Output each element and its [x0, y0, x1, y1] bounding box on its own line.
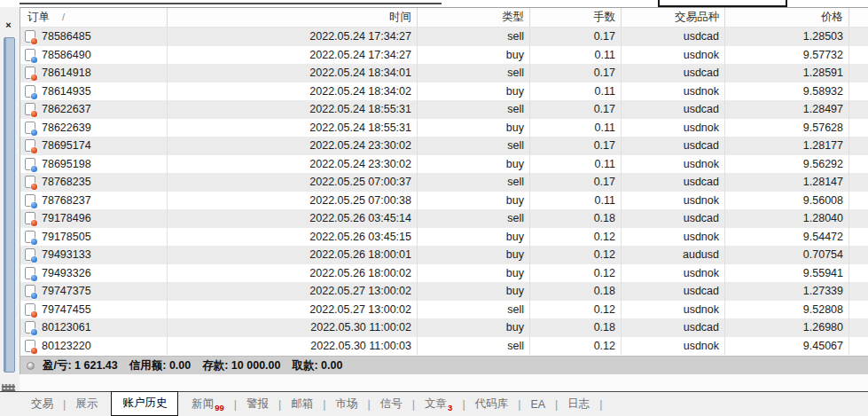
- volume-cell: 0.12: [530, 246, 622, 264]
- table-row[interactable]: 801230612022.05.30 11:00:02buy0.18usdcad…: [20, 318, 868, 337]
- tab-mailbox[interactable]: 邮箱: [283, 396, 321, 412]
- tab-label: 警报: [246, 397, 269, 410]
- table-row[interactable]: 786951742022.05.24 23:30:02sell0.17usdca…: [20, 137, 868, 155]
- table-row[interactable]: 786226392022.05.24 18:55:31buy0.11usdnok…: [20, 119, 868, 137]
- volume-cell: 0.17: [530, 173, 622, 192]
- table-row[interactable]: 801232202022.05.30 11:00:03sell0.12usdno…: [20, 337, 868, 356]
- table-row[interactable]: 785864902022.05.24 17:34:27buy0.11usdnok…: [20, 46, 868, 65]
- symbol-cell: usdcad: [622, 318, 725, 337]
- symbol-cell: audusd: [622, 246, 725, 264]
- volume-cell: 0.12: [530, 228, 622, 247]
- tab-exposure[interactable]: 展示: [67, 396, 106, 412]
- summary-items: 盈/亏: 1 621.43信用额: 0.00存款: 10 000.00取款: 0…: [43, 358, 354, 373]
- account-summary-row: 盈/亏: 1 621.43信用额: 0.00存款: 10 000.00取款: 0…: [20, 356, 868, 375]
- tab-account-history[interactable]: 账户历史: [111, 391, 178, 416]
- table-row[interactable]: 791784962022.05.26 03:45:14sell0.18usdca…: [20, 209, 868, 228]
- order-cell: 78695174: [20, 137, 168, 155]
- table-header-row: 订单/ 时间 类型 手数 交易品种 价格: [20, 8, 868, 27]
- tab-articles[interactable]: 文章3: [417, 396, 460, 412]
- order-id: 79747455: [42, 301, 91, 319]
- table-row[interactable]: 786951982022.05.24 23:30:02buy0.11usdnok…: [20, 155, 868, 174]
- sort-ascending-icon: /: [62, 12, 65, 22]
- column-header-order[interactable]: 订单/: [20, 8, 168, 27]
- table-row[interactable]: 791785052022.05.26 03:45:15buy0.12usdnok…: [20, 228, 868, 247]
- table-row[interactable]: 786226372022.05.24 18:55:31sell0.17usdca…: [20, 100, 868, 119]
- type-cell: buy: [418, 282, 530, 301]
- order-id: 78622639: [42, 119, 91, 137]
- type-cell: buy: [418, 318, 530, 337]
- close-panel-button[interactable]: ×: [3, 20, 14, 31]
- tab-news[interactable]: 新闻99: [184, 396, 232, 412]
- volume-cell: 0.11: [530, 155, 622, 174]
- tab-trade[interactable]: 交易: [23, 396, 61, 412]
- tab-market[interactable]: 市场: [328, 396, 366, 412]
- table-row[interactable]: 787682372022.05.25 07:00:38buy0.11usdnok…: [20, 192, 868, 210]
- window-above-button-fragment: [658, 0, 787, 7]
- table-row[interactable]: 786149352022.05.24 18:34:02buy0.11usdnok…: [20, 82, 868, 101]
- order-sell-doc-icon: [25, 176, 35, 188]
- tab-label: 日志: [567, 397, 590, 410]
- symbol-cell: usdcad: [622, 64, 725, 82]
- table-row[interactable]: 794931332022.05.26 18:00:01buy0.12audusd…: [20, 246, 868, 264]
- column-header-price[interactable]: 价格: [725, 8, 849, 27]
- symbol-cell: usdnok: [622, 337, 725, 356]
- table-row[interactable]: 785864852022.05.24 17:34:27sell0.17usdca…: [20, 27, 868, 46]
- tab-codebase[interactable]: 代码库: [467, 396, 517, 412]
- volume-cell: 0.12: [530, 264, 622, 283]
- filler-cell: [849, 27, 868, 46]
- type-cell: sell: [418, 64, 530, 82]
- symbol-cell: usdnok: [622, 301, 725, 319]
- volume-cell: 0.17: [530, 100, 622, 119]
- column-header-time[interactable]: 时间: [168, 8, 418, 27]
- filler-cell: [849, 282, 868, 301]
- order-cell: 78586490: [20, 46, 168, 65]
- time-cell: 2022.05.30 11:00:02: [168, 318, 418, 337]
- order-id: 80123220: [42, 337, 91, 356]
- price-cell: 9.55941: [725, 264, 849, 283]
- tab-label: 邮箱: [291, 397, 313, 410]
- order-cell: 78695198: [20, 155, 168, 174]
- tab-ea[interactable]: EA: [522, 398, 553, 411]
- table-row[interactable]: 797474552022.05.27 13:00:02sell0.12usdno…: [20, 301, 868, 319]
- filler-cell: [849, 318, 868, 337]
- filler-cell: [849, 137, 868, 155]
- column-header-type[interactable]: 类型: [418, 8, 530, 27]
- horizontal-scrollbar-track[interactable]: [20, 374, 868, 391]
- tab-signals[interactable]: 信号: [372, 396, 411, 412]
- order-id: 78622637: [42, 100, 91, 119]
- table-row[interactable]: 794933262022.05.26 18:00:02buy0.12usdnok…: [20, 264, 868, 283]
- table-row[interactable]: 797473752022.05.27 13:00:02buy0.18usdcad…: [20, 282, 868, 301]
- tab-label: 交易: [31, 397, 53, 410]
- filler-cell: [849, 119, 868, 137]
- type-cell: buy: [418, 155, 530, 174]
- volume-cell: 0.18: [530, 282, 622, 301]
- order-cell: 79178496: [20, 209, 168, 228]
- price-cell: 9.52808: [725, 301, 849, 319]
- type-cell: buy: [418, 119, 530, 137]
- tab-alerts[interactable]: 警报: [239, 396, 277, 412]
- tab-journal[interactable]: 日志: [559, 396, 598, 412]
- order-id: 79178505: [42, 228, 91, 247]
- time-cell: 2022.05.26 03:45:15: [168, 228, 418, 247]
- price-cell: 1.28497: [725, 100, 849, 119]
- symbol-cell: usdnok: [622, 46, 725, 65]
- order-id: 78614935: [42, 82, 91, 101]
- filler-cell: [849, 228, 868, 247]
- tab-separator: |: [277, 398, 283, 411]
- column-header-symbol[interactable]: 交易品种: [622, 8, 725, 27]
- column-header-volume[interactable]: 手数: [530, 8, 622, 27]
- time-cell: 2022.05.25 07:00:37: [168, 173, 418, 192]
- symbol-cell: usdnok: [622, 264, 725, 283]
- time-cell: 2022.05.24 18:55:31: [168, 100, 418, 119]
- tab-separator: |: [516, 398, 522, 411]
- time-cell: 2022.05.24 23:30:02: [168, 155, 418, 174]
- time-cell: 2022.05.24 23:30:02: [168, 137, 418, 155]
- order-sell-doc-icon: [25, 139, 35, 152]
- time-cell: 2022.05.24 17:34:27: [168, 27, 418, 46]
- filler-cell: [849, 46, 868, 65]
- volume-cell: 0.11: [530, 119, 622, 137]
- balance-dot-icon: [27, 362, 35, 370]
- table-row[interactable]: 786149182022.05.24 18:34:01sell0.17usdca…: [20, 64, 868, 82]
- table-row[interactable]: 787682352022.05.25 07:00:37sell0.17usdca…: [20, 173, 868, 192]
- tab-label: 信号: [380, 397, 403, 410]
